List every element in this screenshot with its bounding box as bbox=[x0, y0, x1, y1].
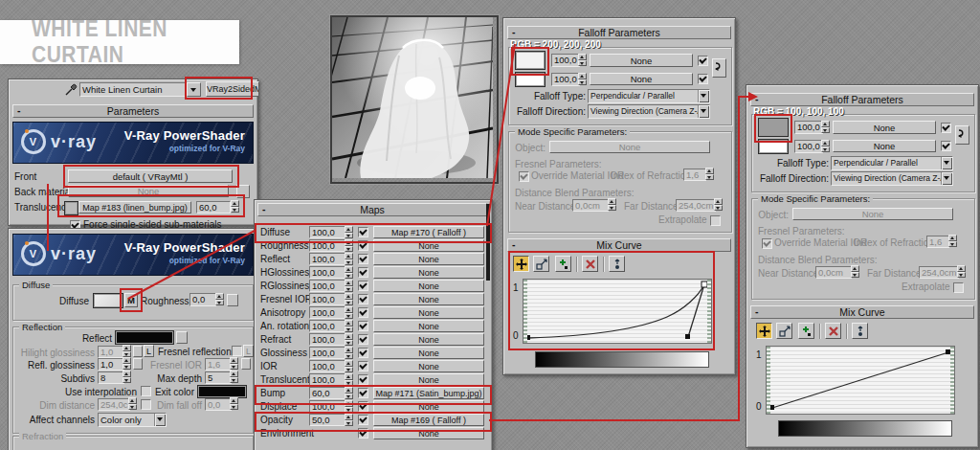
falloff-color1-swatch[interactable] bbox=[758, 118, 789, 137]
dropdown-arrow-icon[interactable] bbox=[187, 82, 201, 97]
falloff-color2-swatch[interactable] bbox=[758, 139, 789, 154]
refl-glossiness-field[interactable]: 1,0 bbox=[98, 358, 124, 371]
map-slot-button[interactable]: None bbox=[373, 347, 484, 359]
map-slot-button[interactable]: None bbox=[373, 400, 484, 413]
map-slot-button[interactable]: None bbox=[373, 320, 484, 332]
reflect-map-button[interactable] bbox=[176, 331, 188, 344]
translucency-color-swatch[interactable] bbox=[64, 201, 78, 215]
map-enable-checkbox[interactable] bbox=[358, 321, 368, 331]
back-material-side-button[interactable] bbox=[236, 185, 250, 198]
map-enable-checkbox[interactable] bbox=[358, 334, 368, 345]
material-class-button[interactable]: VRay2SidedMtl bbox=[206, 81, 259, 97]
map-enable-checkbox[interactable] bbox=[358, 361, 368, 371]
swap-colors-button[interactable] bbox=[955, 125, 969, 145]
map-enable-checkbox[interactable] bbox=[358, 388, 368, 398]
roughness-field[interactable]: 0,0 bbox=[189, 293, 216, 306]
map-amount-spinner[interactable] bbox=[345, 414, 353, 426]
curve-point[interactable] bbox=[685, 334, 690, 339]
move-point-button[interactable] bbox=[513, 256, 529, 272]
falloff-type-dropdown[interactable]: Perpendicular / Parallel bbox=[588, 89, 710, 103]
map-amount-field[interactable]: 50,0 bbox=[309, 414, 345, 426]
map-amount-spinner[interactable] bbox=[345, 306, 353, 319]
map-amount-field[interactable]: 100,0 bbox=[309, 320, 345, 332]
add-point-button[interactable] bbox=[798, 323, 814, 339]
map-amount-spinner[interactable] bbox=[345, 280, 353, 292]
map-amount-spinner[interactable] bbox=[345, 266, 353, 279]
swap-colors-button[interactable] bbox=[712, 58, 726, 78]
map-amount-field[interactable]: 100,0 bbox=[309, 400, 345, 413]
map-amount-field[interactable]: 100,0 bbox=[309, 360, 345, 372]
hilight-lock-button[interactable]: L bbox=[144, 345, 154, 357]
falloff-amount1-spinner[interactable] bbox=[821, 121, 830, 133]
falloff-map2-button[interactable]: None bbox=[833, 140, 936, 152]
map-amount-spinner[interactable] bbox=[345, 226, 353, 238]
reset-curves-button[interactable] bbox=[609, 256, 625, 272]
map-amount-field[interactable]: 100,0 bbox=[309, 226, 345, 238]
map-slot-button[interactable]: Map #169 ( Falloff ) bbox=[373, 414, 484, 426]
use-interpolation-checkbox[interactable] bbox=[141, 386, 151, 396]
subdivs-spinner[interactable] bbox=[122, 371, 131, 383]
map-slot-button[interactable]: None bbox=[373, 360, 484, 372]
map-enable-checkbox[interactable] bbox=[358, 254, 368, 264]
maps-rollout-header[interactable]: -Maps bbox=[257, 203, 487, 216]
front-material-button[interactable]: default ( VRayMtl ) bbox=[68, 169, 233, 183]
diffuse-map-shortcut-button[interactable]: M bbox=[124, 293, 138, 307]
map-amount-spinner[interactable] bbox=[345, 347, 353, 359]
map-slot-button[interactable]: None bbox=[373, 373, 484, 386]
maps-scrollbar[interactable] bbox=[486, 204, 490, 281]
map-amount-field[interactable]: 100,0 bbox=[309, 266, 345, 279]
delete-point-button[interactable] bbox=[825, 323, 841, 339]
map-slot-button[interactable]: None bbox=[373, 427, 484, 439]
falloff-amount1-field[interactable]: 100,0 bbox=[551, 54, 580, 67]
scale-point-button[interactable] bbox=[533, 256, 549, 272]
map-enable-checkbox[interactable] bbox=[358, 348, 368, 358]
max-depth-spinner[interactable] bbox=[230, 371, 238, 383]
subdivs-field[interactable]: 8 bbox=[98, 371, 124, 384]
diffuse-color-swatch[interactable] bbox=[93, 293, 123, 308]
falloff-map1-checkbox[interactable] bbox=[941, 123, 951, 133]
add-point-button[interactable] bbox=[555, 256, 571, 272]
falloff-amount2-field[interactable]: 100,0 bbox=[794, 140, 823, 153]
reflect-color-swatch[interactable] bbox=[115, 330, 174, 345]
map-enable-checkbox[interactable] bbox=[358, 281, 368, 291]
delete-point-button[interactable] bbox=[582, 256, 598, 272]
map-slot-button[interactable]: None bbox=[373, 266, 484, 279]
map-amount-field[interactable]: 100,0 bbox=[309, 347, 345, 359]
map-amount-field[interactable]: 100,0 bbox=[309, 253, 345, 265]
map-amount-field[interactable]: 100,0 bbox=[309, 333, 345, 346]
map-amount-spinner[interactable] bbox=[345, 360, 353, 372]
map-amount-field[interactable]: 100,0 bbox=[309, 280, 345, 292]
map-slot-button[interactable]: None bbox=[373, 306, 484, 319]
map-amount-spinner[interactable] bbox=[345, 373, 353, 386]
dim-distance-checkbox[interactable] bbox=[141, 399, 151, 410]
map-slot-button[interactable]: Map #170 ( Falloff ) bbox=[373, 226, 484, 238]
falloff-map1-button[interactable]: None bbox=[833, 121, 936, 134]
scale-point-button[interactable] bbox=[776, 323, 792, 339]
map-enable-checkbox[interactable] bbox=[358, 428, 368, 439]
map-amount-field[interactable]: 100,0 bbox=[309, 306, 345, 319]
falloff-amount1-field[interactable]: 100,0 bbox=[794, 121, 823, 134]
falloff-rollout-header[interactable]: -Falloff Parameters bbox=[507, 26, 731, 39]
roughness-map-button[interactable] bbox=[227, 294, 238, 306]
refl-glossiness-spinner[interactable] bbox=[122, 357, 131, 370]
falloff-amount1-spinner[interactable] bbox=[578, 54, 587, 66]
exit-color-swatch[interactable] bbox=[197, 385, 247, 398]
map-slot-button[interactable]: None bbox=[373, 239, 484, 252]
falloff-direction-dropdown[interactable]: Viewing Direction (Camera Z-Axis) bbox=[588, 104, 710, 119]
map-amount-spinner[interactable] bbox=[345, 293, 353, 305]
eyedropper-icon[interactable] bbox=[64, 81, 79, 97]
falloff-direction-dropdown[interactable]: Viewing Direction (Camera Z-Axis) bbox=[831, 171, 953, 186]
falloff-map1-button[interactable]: None bbox=[590, 54, 693, 67]
translucency-amount-field[interactable]: 60,0 bbox=[196, 201, 231, 214]
map-enable-checkbox[interactable] bbox=[358, 415, 368, 425]
mix-curve-rollout-header[interactable]: -Mix Curve bbox=[507, 238, 731, 252]
roughness-spinner[interactable] bbox=[215, 293, 224, 305]
map-enable-checkbox[interactable] bbox=[358, 240, 368, 251]
falloff-color2-swatch[interactable] bbox=[515, 72, 546, 87]
move-point-button[interactable] bbox=[756, 323, 772, 339]
fresnel-reflections-checkbox[interactable] bbox=[232, 346, 242, 356]
map-enable-checkbox[interactable] bbox=[358, 374, 368, 385]
falloff-amount2-spinner[interactable] bbox=[821, 140, 830, 152]
map-enable-checkbox[interactable] bbox=[358, 307, 368, 318]
map-amount-field[interactable]: 60,0 bbox=[309, 387, 345, 399]
